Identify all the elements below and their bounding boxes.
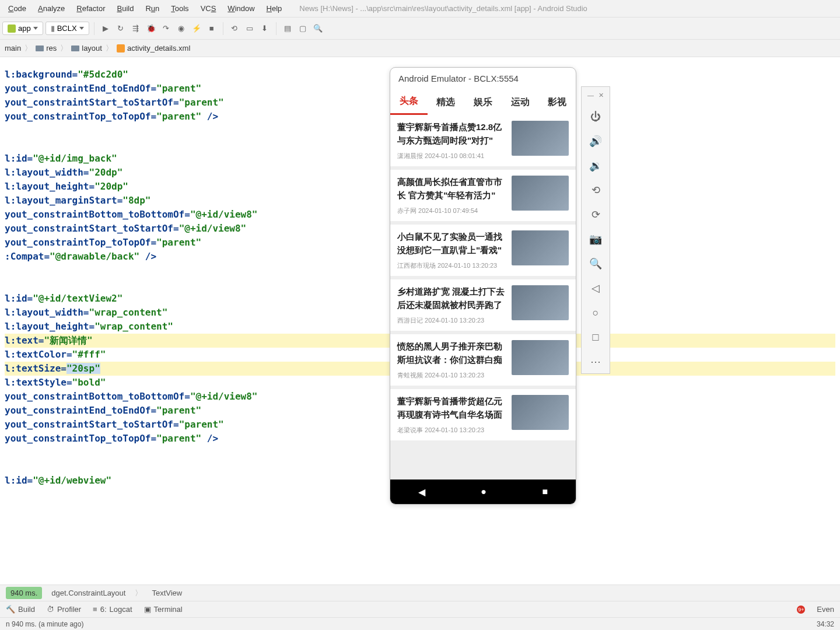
news-meta: 江西都市现场 2024-01-10 13:20:23 — [397, 261, 506, 270]
run-config-dropdown[interactable]: app — [2, 22, 43, 35]
coverage-button[interactable]: ↷ — [160, 22, 173, 35]
chevron-icon: 〉 — [24, 43, 32, 54]
struct-crumb1[interactable]: dget.ConstraintLayout — [51, 589, 125, 597]
menu-code[interactable]: Code — [2, 4, 32, 13]
menu-refactor[interactable]: Refactor — [71, 4, 111, 13]
news-item[interactable]: 高颜值局长拟任省直管市市长 官方赞其"年轻有活力"赤子网 2024-01-10 … — [390, 170, 576, 221]
news-thumbnail — [512, 395, 569, 430]
chevron-icon: 〉 — [60, 43, 68, 54]
structure-breadcrumb: 940 ms. dget.ConstraintLayout 〉 TextView — [0, 584, 840, 601]
device-dropdown[interactable]: ▮ BCLX — [46, 22, 89, 35]
struct-crumb2[interactable]: TextView — [152, 589, 182, 597]
home-button[interactable]: ● — [481, 487, 487, 497]
event-badge-icon: 9+ — [797, 606, 805, 614]
window-title: News [H:\News] - ...\app\src\main\res\la… — [299, 4, 587, 13]
crumb-file[interactable]: activity_details.xml — [117, 44, 190, 52]
camera-icon[interactable]: 📷 — [589, 232, 603, 246]
news-thumbnail — [512, 121, 569, 156]
news-title: 董宇辉新号首播点赞12.8亿 与东方甄选同时段"对打" — [397, 121, 506, 147]
build-tab[interactable]: 🔨 Build — [6, 605, 35, 614]
more-icon[interactable]: ⋯ — [589, 355, 603, 369]
news-item[interactable]: 董宇辉新号首播点赞12.8亿 与东方甄选同时段"对打"潇湘晨报 2024-01-… — [390, 115, 576, 166]
android-navbar: ◀ ● ■ — [390, 480, 576, 504]
news-title: 愤怒的黑人男子推开亲巴勒斯坦抗议者：你们这群白痴 — [397, 340, 506, 366]
chevron-icon: 〉 — [106, 43, 113, 54]
debug-button[interactable]: 🐞 — [145, 22, 158, 35]
emu-overview-icon[interactable]: □ — [589, 330, 603, 344]
news-list[interactable]: 董宇辉新号首播点赞12.8亿 与东方甄选同时段"对打"潇湘晨报 2024-01-… — [390, 115, 576, 480]
menu-help[interactable]: Help — [261, 4, 288, 13]
crumb-layout[interactable]: layout — [71, 44, 102, 52]
emu-home-icon[interactable]: ○ — [589, 306, 603, 320]
news-thumbnail — [512, 340, 569, 375]
status-bar: n 940 ms. (a minute ago) 34:32 — [0, 617, 840, 630]
app-tabs: 头条 精选 娱乐 运动 影视 — [390, 89, 576, 115]
run-button[interactable]: ▶ — [99, 22, 112, 35]
minimize-icon[interactable]: — — [587, 92, 594, 99]
news-item[interactable]: 乡村道路扩宽 混凝土打下去后还未凝固就被村民弄跑了西游日记 2024-01-10… — [390, 279, 576, 331]
avd-button[interactable]: ▭ — [243, 22, 256, 35]
news-meta: 青蛙视频 2024-01-10 13:20:23 — [397, 371, 506, 380]
power-icon[interactable]: ⏻ — [589, 110, 603, 124]
emulator-screen[interactable]: 头条 精选 娱乐 运动 影视 董宇辉新号首播点赞12.8亿 与东方甄选同时段"对… — [390, 89, 576, 504]
chevron-down-icon — [79, 27, 84, 30]
android-icon — [8, 24, 16, 33]
zoom-icon[interactable]: 🔍 — [589, 257, 603, 271]
separator — [223, 22, 223, 35]
tab-sports[interactable]: 运动 — [502, 89, 539, 115]
rotate-left-icon[interactable]: ⟲ — [589, 183, 603, 197]
device-explorer-button[interactable]: ▢ — [296, 22, 309, 35]
back-button[interactable]: ◀ — [418, 487, 425, 498]
tab-featured[interactable]: 精选 — [428, 89, 465, 115]
logcat-tab[interactable]: ≡ 6: Logcat — [93, 605, 132, 614]
news-item[interactable]: 小白鼠不见了实验员一通找 没想到它一直趴背上"看戏"江西都市现场 2024-01… — [390, 225, 576, 276]
news-title: 董宇辉新号首播带货超亿元 再现腹有诗书气自华名场面 — [397, 395, 506, 421]
news-title: 小白鼠不见了实验员一通找 没想到它一直趴背上"看戏" — [397, 230, 506, 257]
tab-movies[interactable]: 影视 — [538, 89, 576, 115]
menu-vcs[interactable]: VCS — [195, 4, 222, 13]
breadcrumb: main 〉 res 〉 layout 〉 activity_details.x… — [0, 40, 840, 57]
menu-bar: Code Analyze Refactor Build Run Tools VC… — [0, 0, 840, 18]
timing-badge: 940 ms. — [6, 587, 42, 599]
terminal-tab[interactable]: ▣ Terminal — [144, 605, 183, 614]
tab-headlines[interactable]: 头条 — [390, 89, 428, 115]
volume-up-icon[interactable]: 🔊 — [589, 134, 603, 148]
emu-back-icon[interactable]: ◁ — [589, 281, 603, 295]
emulator-window: Android Emulator - BCLX:5554 头条 精选 娱乐 运动… — [390, 67, 576, 505]
layout-inspector-button[interactable]: ▤ — [281, 22, 294, 35]
news-thumbnail — [512, 176, 569, 211]
chevron-icon: 〉 — [135, 588, 142, 598]
crumb-res[interactable]: res — [36, 44, 57, 52]
menu-window[interactable]: Window — [222, 4, 260, 13]
profile-button[interactable]: ◉ — [175, 22, 188, 35]
separator — [94, 22, 94, 35]
menu-analyze[interactable]: Analyze — [32, 4, 71, 13]
news-item[interactable]: 董宇辉新号首播带货超亿元 再现腹有诗书气自华名场面老梁说事 2024-01-10… — [390, 389, 576, 440]
news-meta: 西游日记 2024-01-10 13:20:23 — [397, 316, 506, 325]
menu-build[interactable]: Build — [111, 4, 139, 13]
menu-tools[interactable]: Tools — [165, 4, 194, 13]
close-icon[interactable]: ✕ — [598, 92, 604, 99]
tab-entertainment[interactable]: 娱乐 — [464, 89, 502, 115]
xml-icon — [117, 44, 125, 52]
attach-debugger-button[interactable]: ⚡ — [190, 22, 203, 35]
emulator-toolbar: — ✕ ⏻ 🔊 🔉 ⟲ ⟳ 📷 🔍 ◁ ○ □ ⋯ — [581, 86, 610, 374]
event-log-tab[interactable]: Even — [817, 605, 834, 614]
menu-run[interactable]: Run — [139, 4, 165, 13]
recents-button[interactable]: ■ — [542, 487, 548, 497]
sdk-button[interactable]: ⬇ — [258, 22, 271, 35]
stop-button[interactable]: ■ — [205, 22, 218, 35]
news-item[interactable]: 愤怒的黑人男子推开亲巴勒斯坦抗议者：你们这群白痴青蛙视频 2024-01-10 … — [390, 334, 576, 386]
crumb-main[interactable]: main — [5, 44, 21, 52]
search-button[interactable]: 🔍 — [312, 22, 324, 35]
rotate-right-icon[interactable]: ⟳ — [589, 208, 603, 222]
phone-icon: ▮ — [51, 24, 55, 33]
profiler-tab[interactable]: ⏱ Profiler — [47, 605, 81, 614]
apply-changes-button[interactable]: ↻ — [114, 22, 127, 35]
activity-restart-button[interactable]: ⇶ — [130, 22, 142, 35]
news-thumbnail — [512, 285, 569, 320]
volume-down-icon[interactable]: 🔉 — [589, 159, 603, 173]
main-toolbar: app ▮ BCLX ▶ ↻ ⇶ 🐞 ↷ ◉ ⚡ ■ ⟲ ▭ ⬇ ▤ ▢ 🔍 — [0, 18, 840, 40]
sync-button[interactable]: ⟲ — [228, 22, 241, 35]
tool-window-bar: 🔨 Build ⏱ Profiler ≡ 6: Logcat ▣ Termina… — [0, 601, 840, 617]
